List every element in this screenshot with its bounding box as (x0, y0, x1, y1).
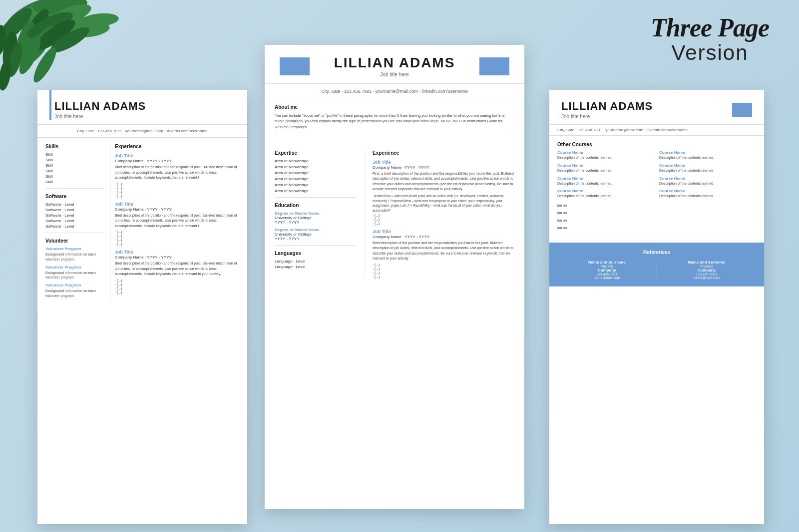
course-item: Course Name Description of the contents … (557, 163, 654, 173)
job-title: Job Title (115, 153, 239, 158)
ref-email: name@mail.com (561, 276, 653, 279)
job-desc: First, a brief description of the positi… (373, 171, 514, 192)
skills-list: Skill Skill Skill Skill Skill Skill (45, 152, 104, 184)
bullet: · (...) (115, 230, 239, 234)
languages-section-title: Languages (275, 251, 356, 256)
software-item: Software · Level (45, 224, 104, 229)
volunteer-desc: Background information on each volunteer… (45, 270, 104, 280)
blue-rect-accent (732, 103, 752, 117)
course-name: Course Name (557, 176, 654, 181)
references-grid: Name and Surname Position Company 123.45… (557, 260, 756, 279)
ref-company: Company (661, 268, 753, 272)
right-col: Experience Job Title Company Name · YYYY… (110, 144, 239, 301)
course-desc: Description of the contents learned. (557, 181, 654, 186)
left-page-name: LILLIAN ADAMS (54, 100, 235, 113)
volunteer-link: Volunteer Program (45, 247, 104, 251)
divider (45, 233, 104, 233)
lang-item: Language · Level (275, 259, 356, 264)
resume-page-left: LILLIAN ADAMS Job title here City, Sate … (37, 90, 247, 524)
right-page-job-title: Job title here (561, 114, 728, 119)
courses-col-left: Course Name Description of the contents … (557, 150, 654, 202)
experience-list: Job Title Company Name · YYYY - YYYY Bri… (115, 153, 239, 294)
volunteer-link: Volunteer Program (45, 265, 104, 269)
bullet: · (...) (115, 234, 239, 238)
expertise-list: Area of Knowledge Area of Knowledge Area… (275, 159, 356, 193)
left-col: Skills Skill Skill Skill Skill Skill Ski… (45, 144, 110, 301)
bullet: · (...) (373, 275, 514, 278)
volunteer-list: Volunteer Program Background information… (45, 247, 104, 298)
bullet: · (...) (373, 218, 514, 221)
title-line1: Three Page (651, 15, 769, 41)
course-item: Course Name Description of the contents … (659, 189, 756, 199)
volunteer-desc: Background information on each volunteer… (45, 252, 104, 262)
bullet: · (...) (115, 290, 239, 294)
right-page-body: Other Courses Course Name Description of… (549, 136, 764, 240)
edu-school: University or College (275, 216, 356, 220)
divider (275, 245, 356, 246)
volunteer-link: Volunteer Program (45, 283, 104, 287)
ref-name: Name and Surname (561, 260, 653, 265)
expertise-item: Area of Knowledge (275, 177, 356, 181)
course-item: Course Name Description of the contents … (557, 176, 654, 186)
divider (275, 197, 356, 198)
course-name: Course Name (557, 163, 654, 168)
bullet: · (...) (373, 222, 514, 225)
bullet: · (...) (115, 242, 239, 246)
course-name: Course Name (659, 163, 756, 168)
education-section-title: Education (275, 203, 356, 208)
company-name: Company Name · YYYY - YYYY (115, 255, 239, 260)
bullet: · (...) (115, 190, 239, 194)
course-item: Course Name Description of the contents … (557, 150, 654, 160)
left-page-job-title: Job title here (54, 114, 235, 119)
experience-section-title: Experience (115, 144, 239, 149)
job-desc: Brief description of the position and th… (115, 213, 239, 229)
expertise-item: Area of Knowledge (275, 159, 356, 163)
divider (45, 188, 104, 189)
company-name: Company Name · YYYY - YYYY (115, 159, 239, 163)
other-courses-title: Other Courses (557, 142, 756, 147)
title-line2: Version (651, 41, 769, 65)
company-name: Company Name · YYYY - YYYY (373, 165, 514, 170)
course-name: Course Name (557, 189, 654, 193)
job-title: Job Title (115, 202, 239, 207)
course-desc: Description of the contents learned. (659, 181, 756, 186)
job-title: Job Title (373, 160, 514, 165)
edu-school: University or College (275, 232, 356, 237)
reference-item: Name and Surname Position Company 123.45… (657, 260, 757, 279)
skill-item: Skill (45, 169, 104, 173)
expertise-item: Area of Knowledge (275, 183, 356, 187)
resume-page-center: LILLIAN ADAMS Job title here City, Sate … (265, 45, 524, 509)
course-name: Course Name (557, 150, 654, 155)
skills-section-title: Skills (45, 144, 104, 149)
ref-phone: 123.456.7891 (561, 272, 653, 276)
company-name: Company Name · YYYY - YYYY (373, 235, 514, 239)
blue-bar-accent (49, 90, 51, 120)
ref-position: Position (661, 265, 753, 268)
left-page-body: Skills Skill Skill Skill Skill Skill Ski… (37, 138, 247, 307)
bullet: · (...) (115, 282, 239, 286)
reference-item: Name and Surname Position Company 123.45… (557, 260, 657, 279)
skill-item: Skill (45, 174, 104, 179)
expertise-item: Area of Knowledge (275, 171, 356, 175)
edu-year: YYYY - YYYY (275, 237, 356, 241)
course-desc: Description of the contents learned. (557, 194, 654, 199)
course-item: Course Name Description of the contents … (557, 189, 654, 199)
software-item: Software · Level (45, 208, 104, 212)
course-item: Course Name Description of the contents … (659, 150, 756, 160)
right-page-name: LILLIAN ADAMS (561, 100, 728, 113)
about-text: You can include "about me" or "profile" … (275, 113, 514, 130)
volunteer-section-title: Volunteer (45, 238, 104, 244)
bullet: · (...) (115, 278, 239, 282)
lang-item: Language · Level (275, 265, 356, 269)
center-page-contact: City, Sate · 123.456.7891 · yourname@mai… (265, 84, 524, 99)
job-desc: Brief description of the position and th… (115, 165, 239, 181)
course-item: Course Name Description of the contents … (659, 163, 756, 173)
job-desc: Brief description of the position and th… (373, 241, 514, 262)
experience-section-title: Experience (373, 150, 514, 156)
software-item: Software · Level (45, 213, 104, 218)
name-block: LILLIAN ADAMS Job title here (316, 55, 473, 77)
courses-col-right: Course Name Description of the contents … (659, 150, 756, 202)
skill-item: Skill (45, 180, 104, 184)
partial-text: ion on ion on ion on ion on (557, 204, 756, 230)
about-section: About me You can include "about me" or "… (265, 99, 524, 142)
